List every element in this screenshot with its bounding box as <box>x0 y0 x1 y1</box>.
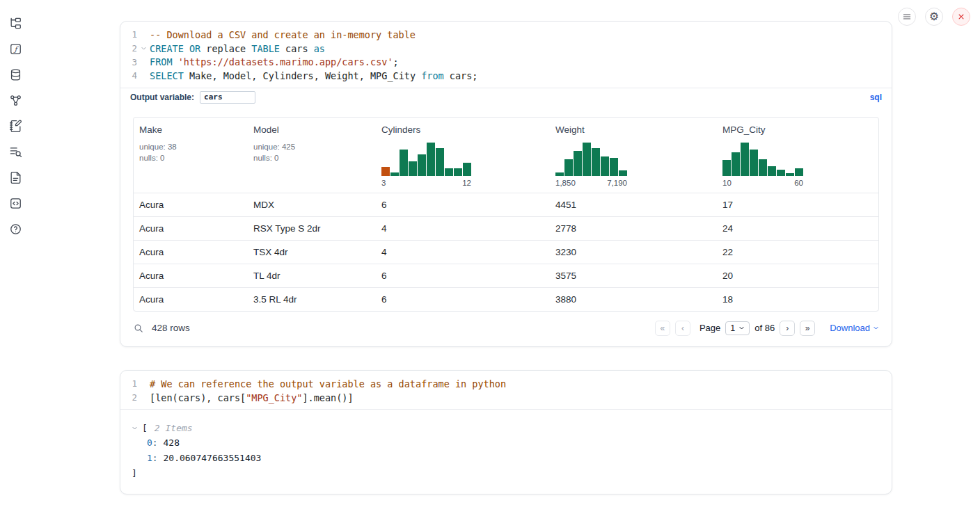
dependency-graph-icon[interactable] <box>8 92 23 108</box>
code-line[interactable]: 2[len(cars), cars["MPG_City"].mean()] <box>120 391 883 405</box>
functions-icon[interactable]: ƒ <box>8 41 23 56</box>
histogram-bar[interactable] <box>795 168 803 176</box>
chevron-down-icon[interactable] <box>132 425 138 431</box>
column-header-cylinders[interactable]: Cylinders312 <box>376 118 550 193</box>
code-token: from <box>421 70 444 81</box>
logs-icon[interactable] <box>8 144 23 159</box>
histogram-bar[interactable] <box>750 150 758 176</box>
first-page-button[interactable]: « <box>655 321 670 336</box>
histogram-bar[interactable] <box>555 172 564 176</box>
table-row[interactable]: AcuraRSX Type S 2dr4277824 <box>134 216 878 240</box>
output-variable-bar: Output variable: sql <box>120 88 892 106</box>
python-code-editor[interactable]: 1# We can reference the output variable … <box>120 371 892 409</box>
table-footer: 428 rows « ‹ Page 1 of 86 › » Download <box>120 312 892 346</box>
hamburger-icon <box>902 12 912 22</box>
histogram-bar[interactable] <box>722 160 731 176</box>
table-cell: 6 <box>376 288 550 311</box>
chevron-down-icon <box>738 325 745 331</box>
stat-line: nulls: 0 <box>139 152 242 164</box>
histogram-bar[interactable] <box>768 166 776 176</box>
column-label: Model <box>253 124 370 135</box>
output-variable-input[interactable] <box>200 91 255 104</box>
histogram-bars[interactable] <box>381 141 471 176</box>
table-cell: RSX Type S 2dr <box>248 217 376 240</box>
histogram-range: 1,8507,190 <box>555 179 627 187</box>
code-text: -- Download a CSV and create an in-memor… <box>150 29 416 40</box>
code-line[interactable]: 1-- Download a CSV and create an in-memo… <box>120 28 883 42</box>
table-cell: 2778 <box>550 217 717 240</box>
histogram-bar[interactable] <box>564 159 573 176</box>
code-text: # We can reference the output variable a… <box>150 378 506 389</box>
code-text: FROM 'https://datasets.marimo.app/cars.c… <box>150 56 399 67</box>
next-page-button[interactable]: › <box>780 321 795 336</box>
histogram-bar[interactable] <box>619 170 627 176</box>
menu-button[interactable] <box>898 8 916 26</box>
tree-entry: 1: 20.060747663551403 <box>132 451 880 466</box>
sql-code-editor[interactable]: 1-- Download a CSV and create an in-memo… <box>120 22 892 88</box>
table-row[interactable]: AcuraMDX6445117 <box>134 193 878 216</box>
code-line[interactable]: 2CREATE OR replace TABLE cars as <box>120 42 883 56</box>
help-icon[interactable] <box>8 221 23 236</box>
tree-entry-value: 428 <box>163 437 179 448</box>
code-token: [len(cars), cars[ <box>150 392 246 403</box>
histogram-bar[interactable] <box>454 168 462 176</box>
histogram-bar[interactable] <box>445 168 453 176</box>
histogram-bar[interactable] <box>400 150 408 176</box>
code-line[interactable]: 4SELECT Make, Model, Cylinders, Weight, … <box>120 69 883 83</box>
tree-entry-key: 0 <box>147 437 152 448</box>
histogram-bar[interactable] <box>610 158 618 176</box>
histogram-min-label: 10 <box>722 179 732 187</box>
table-row[interactable]: AcuraTL 4dr6357520 <box>134 264 878 287</box>
histogram-bar[interactable] <box>409 161 417 176</box>
code-line[interactable]: 3FROM 'https://datasets.marimo.app/cars.… <box>120 55 883 69</box>
snippets-icon[interactable] <box>8 195 23 211</box>
histogram-bar[interactable] <box>601 156 609 176</box>
histogram-bar[interactable] <box>381 167 390 176</box>
histogram-bar[interactable] <box>390 172 399 176</box>
scratchpad-icon[interactable] <box>8 118 23 134</box>
table-cell: Acura <box>134 241 248 264</box>
tree-entry-colon: : <box>152 453 164 463</box>
histogram-bar[interactable] <box>418 154 426 176</box>
data-sources-icon[interactable] <box>8 67 23 82</box>
histogram-bars[interactable] <box>722 141 803 176</box>
code-line[interactable]: 1# We can reference the output variable … <box>120 377 883 391</box>
search-icon[interactable] <box>133 323 144 334</box>
page-select[interactable]: 1 <box>725 321 750 335</box>
table-cell: Acura <box>134 217 248 240</box>
histogram-bar[interactable] <box>741 143 749 176</box>
documentation-icon[interactable] <box>8 170 23 185</box>
table-cell: TL 4dr <box>248 264 376 287</box>
histogram-bar[interactable] <box>592 148 600 176</box>
previous-page-button[interactable]: ‹ <box>675 321 690 336</box>
settings-button[interactable]: ⚙ <box>925 8 943 26</box>
histogram-bar[interactable] <box>759 159 767 176</box>
column-header-model[interactable]: Modelunique: 425nulls: 0 <box>248 118 376 193</box>
column-label: Weight <box>555 124 711 135</box>
histogram-bar[interactable] <box>732 152 740 176</box>
table-cell: Acura <box>134 193 248 216</box>
column-header-mpg_city[interactable]: MPG_City1060 <box>717 118 878 193</box>
fold-chevron-icon[interactable] <box>137 45 150 51</box>
histogram-bar[interactable] <box>436 148 444 176</box>
histogram-bar[interactable] <box>786 173 794 176</box>
download-button[interactable]: Download <box>830 323 879 333</box>
table-row[interactable]: AcuraTSX 4dr4323022 <box>134 240 878 264</box>
tree-root[interactable]: [ 2 Items <box>132 420 880 435</box>
output-variable-label: Output variable: <box>130 92 194 102</box>
column-header-make[interactable]: Makeunique: 38nulls: 0 <box>134 118 248 193</box>
close-button[interactable] <box>952 8 970 26</box>
column-header-weight[interactable]: Weight1,8507,190 <box>550 118 717 193</box>
histogram-bar[interactable] <box>777 170 785 176</box>
table-row[interactable]: Acura3.5 RL 4dr6388018 <box>134 287 878 311</box>
line-number: 2 <box>120 43 137 54</box>
histogram-bar[interactable] <box>574 151 582 176</box>
histogram-bar[interactable] <box>427 143 435 176</box>
histogram-bar[interactable] <box>463 163 471 176</box>
last-page-button[interactable]: » <box>800 321 815 336</box>
file-explorer-icon[interactable] <box>8 15 23 31</box>
histogram-bars[interactable] <box>555 141 627 176</box>
histogram-bar[interactable] <box>583 143 591 176</box>
table-cell: 4 <box>376 217 550 240</box>
chevron-down-icon <box>873 325 879 331</box>
